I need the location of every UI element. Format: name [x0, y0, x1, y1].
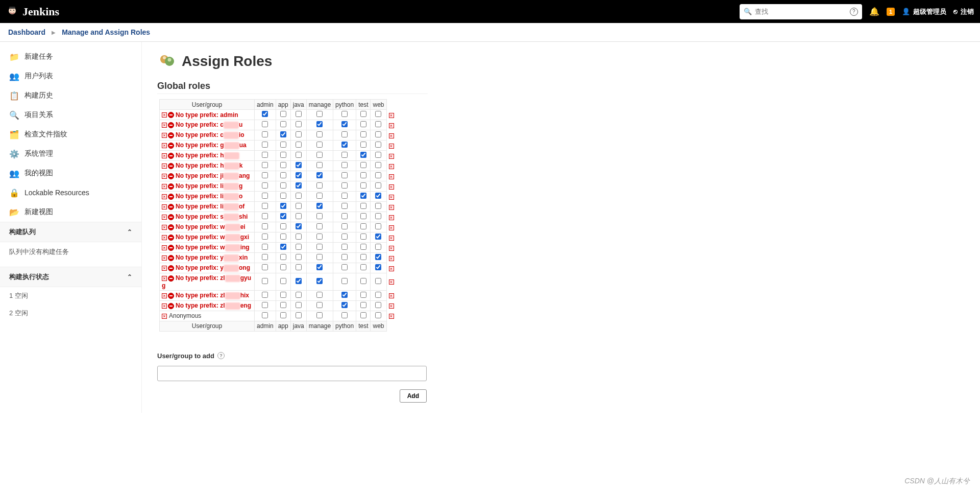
role-checkbox-python[interactable]	[341, 121, 348, 127]
role-checkbox-python[interactable]	[341, 278, 348, 284]
delete-left-icon[interactable]	[162, 123, 167, 128]
role-checkbox-web[interactable]	[375, 111, 381, 117]
role-checkbox-python[interactable]	[341, 193, 348, 199]
add-user-input[interactable]	[157, 366, 427, 381]
delete-row-icon[interactable]	[389, 246, 394, 251]
role-checkbox-app[interactable]	[280, 162, 286, 168]
sidebar-item-2[interactable]: 📋构建历史	[0, 86, 141, 105]
role-checkbox-manage[interactable]	[316, 121, 323, 127]
role-checkbox-java[interactable]	[296, 312, 302, 318]
chevron-up-icon[interactable]: ⌃	[127, 273, 132, 280]
sidebar-queue-header[interactable]: 构建队列 ⌃	[0, 222, 141, 242]
sidebar-exec-header[interactable]: 构建执行状态 ⌃	[0, 267, 141, 287]
delete-row-icon[interactable]	[389, 184, 394, 190]
search-input[interactable]	[755, 8, 847, 15]
role-checkbox-test[interactable]	[360, 111, 366, 117]
logout-link[interactable]: ⎋ 注销	[953, 7, 974, 16]
role-checkbox-manage[interactable]	[316, 193, 323, 199]
role-checkbox-web[interactable]	[375, 278, 381, 284]
role-checkbox-test[interactable]	[360, 213, 366, 219]
role-checkbox-test[interactable]	[360, 278, 366, 284]
role-checkbox-java[interactable]	[296, 162, 302, 168]
role-checkbox-test[interactable]	[360, 193, 366, 199]
role-checkbox-web[interactable]	[375, 162, 381, 168]
delete-row-icon[interactable]	[389, 154, 394, 159]
role-checkbox-web[interactable]	[375, 131, 381, 137]
delete-row-icon[interactable]	[389, 225, 394, 230]
sidebar-item-0[interactable]: 📁新建任务	[0, 47, 141, 66]
sidebar-item-3[interactable]: 🔍项目关系	[0, 105, 141, 125]
role-checkbox-python[interactable]	[341, 162, 348, 168]
role-checkbox-python[interactable]	[341, 172, 348, 178]
role-checkbox-test[interactable]	[360, 131, 366, 137]
role-checkbox-python[interactable]	[341, 292, 348, 298]
bell-icon[interactable]: 🔔	[869, 7, 879, 16]
role-checkbox-web[interactable]	[375, 302, 381, 308]
role-checkbox-web[interactable]	[375, 312, 381, 318]
role-checkbox-python[interactable]	[341, 111, 348, 117]
role-checkbox-web[interactable]	[375, 121, 381, 127]
role-checkbox-admin[interactable]	[262, 254, 268, 260]
role-checkbox-manage[interactable]	[316, 142, 323, 148]
role-checkbox-java[interactable]	[296, 111, 302, 117]
role-checkbox-admin[interactable]	[262, 142, 268, 148]
delete-left-icon[interactable]	[162, 215, 167, 220]
role-checkbox-manage[interactable]	[316, 172, 323, 178]
role-checkbox-java[interactable]	[296, 182, 302, 189]
delete-left-icon[interactable]	[162, 303, 167, 309]
delete-row-icon[interactable]	[389, 164, 394, 169]
role-checkbox-python[interactable]	[341, 182, 348, 189]
role-checkbox-java[interactable]	[296, 203, 302, 209]
delete-left-icon[interactable]	[162, 245, 167, 250]
delete-left-icon[interactable]	[162, 174, 167, 179]
role-checkbox-manage[interactable]	[316, 162, 323, 168]
delete-row-icon[interactable]	[389, 113, 394, 118]
user-menu[interactable]: 👤 超级管理员	[902, 7, 946, 16]
role-checkbox-test[interactable]	[360, 254, 366, 260]
role-checkbox-test[interactable]	[360, 152, 366, 158]
role-checkbox-app[interactable]	[280, 292, 286, 298]
role-checkbox-manage[interactable]	[316, 254, 323, 260]
delete-left-icon[interactable]	[162, 153, 167, 158]
sidebar-item-1[interactable]: 👥用户列表	[0, 66, 141, 86]
role-checkbox-app[interactable]	[280, 121, 286, 127]
delete-left-icon[interactable]	[162, 293, 167, 298]
role-checkbox-python[interactable]	[341, 302, 348, 308]
role-checkbox-app[interactable]	[280, 264, 286, 270]
delete-left-icon[interactable]	[162, 143, 167, 148]
role-checkbox-admin[interactable]	[262, 233, 268, 240]
role-checkbox-app[interactable]	[280, 244, 286, 250]
delete-left-icon[interactable]	[162, 225, 167, 230]
help-icon[interactable]: ?	[217, 352, 225, 359]
role-checkbox-admin[interactable]	[262, 203, 268, 209]
role-checkbox-python[interactable]	[341, 152, 348, 158]
role-checkbox-web[interactable]	[375, 203, 381, 209]
delete-row-icon[interactable]	[389, 303, 394, 309]
chevron-up-icon[interactable]: ⌃	[127, 228, 132, 236]
delete-row-icon[interactable]	[389, 133, 394, 138]
role-checkbox-admin[interactable]	[262, 182, 268, 189]
role-checkbox-test[interactable]	[360, 203, 366, 209]
delete-row-icon[interactable]	[389, 236, 394, 241]
role-checkbox-app[interactable]	[280, 182, 286, 189]
role-checkbox-test[interactable]	[360, 312, 366, 318]
role-checkbox-java[interactable]	[296, 223, 302, 229]
delete-row-icon[interactable]	[389, 195, 394, 200]
role-checkbox-java[interactable]	[296, 254, 302, 260]
delete-row-icon[interactable]	[389, 174, 394, 179]
breadcrumb-dashboard[interactable]: Dashboard	[8, 28, 45, 36]
role-checkbox-admin[interactable]	[262, 278, 268, 284]
role-checkbox-app[interactable]	[280, 193, 286, 199]
role-checkbox-app[interactable]	[280, 131, 286, 137]
role-checkbox-python[interactable]	[341, 142, 348, 148]
role-checkbox-app[interactable]	[280, 152, 286, 158]
role-checkbox-web[interactable]	[375, 292, 381, 298]
role-checkbox-app[interactable]	[280, 223, 286, 229]
role-checkbox-java[interactable]	[296, 172, 302, 178]
role-checkbox-manage[interactable]	[316, 302, 323, 308]
role-checkbox-admin[interactable]	[262, 131, 268, 137]
role-checkbox-java[interactable]	[296, 213, 302, 219]
sidebar-item-6[interactable]: 👥我的视图	[0, 163, 141, 183]
delete-row-icon[interactable]	[389, 266, 394, 271]
brand-text[interactable]: Jenkins	[22, 5, 59, 18]
